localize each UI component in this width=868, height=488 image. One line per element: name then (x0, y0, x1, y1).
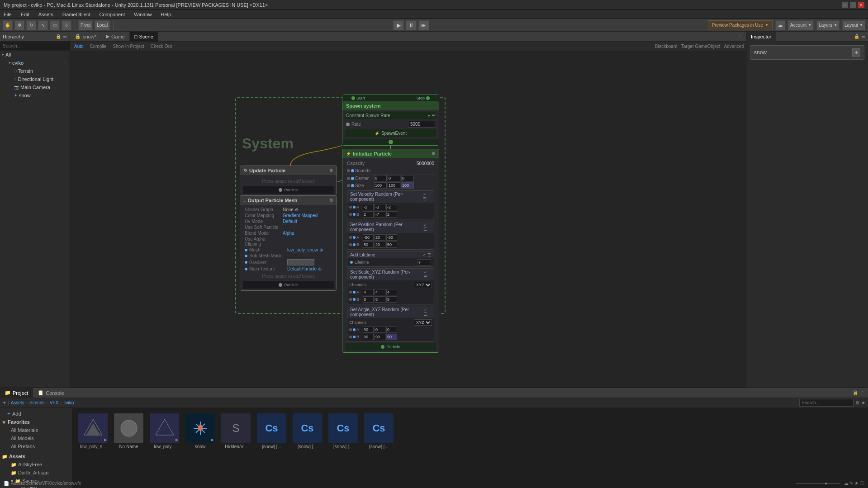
angle-a-x[interactable] (363, 327, 374, 333)
hierarchy-menu-icon[interactable]: ☰ (63, 34, 67, 39)
bounds-checkbox[interactable] (347, 169, 350, 172)
update-settings[interactable]: ⚙ (329, 168, 333, 173)
lifetime-input[interactable] (417, 259, 431, 265)
show-project-btn[interactable]: Show in Project (110, 43, 146, 50)
tab-console[interactable]: 📋 Console (33, 388, 69, 398)
add-lifetime-node[interactable]: Add Lifetime ✓ ☰ Lifetime (347, 251, 434, 267)
channels-select[interactable]: XYZ (414, 282, 432, 288)
pos-b-z[interactable] (386, 242, 397, 248)
init-particle-node[interactable]: ⚡ Initialize Particle ⚙ Capacity 5000000 (342, 149, 439, 353)
pivot-button[interactable]: Pivot (78, 20, 93, 30)
auto-btn[interactable]: Auto (72, 43, 86, 50)
list-item[interactable]: Cs [snow] [... (255, 412, 289, 451)
list-item[interactable]: No Name (112, 412, 146, 451)
angle-b-y[interactable] (375, 334, 385, 340)
angle-b-x[interactable] (363, 334, 374, 340)
step-button[interactable]: ⏭ (418, 20, 429, 30)
play-button[interactable]: ▶ (393, 20, 404, 30)
tool-hand[interactable]: ✋ (3, 20, 13, 30)
vel-b-y[interactable] (375, 211, 385, 218)
layers-button[interactable]: Layers ▼ (816, 20, 840, 30)
asset-star-icon[interactable]: ★ (861, 400, 865, 405)
center-z[interactable] (401, 175, 414, 181)
menu-edit[interactable]: Edit (19, 12, 31, 17)
tab-game[interactable]: ▶ Game (101, 32, 130, 42)
list-item[interactable]: ▶ low_poly... (147, 412, 181, 451)
pos-b-y[interactable] (375, 242, 385, 248)
update-particle-node[interactable]: ↻ Update Particle ⚙ Press space to add b… (240, 166, 337, 196)
sidebar-allskyfree[interactable]: 📁 AllSkyFree (0, 460, 72, 469)
output-mesh-node[interactable]: ↓ Output Particle Mesh ⚙ Shader Graph No… (240, 195, 337, 291)
scene-area-menu[interactable]: ⋮ (738, 34, 742, 39)
hierarchy-main-camera[interactable]: 📷 Main Camera (0, 83, 70, 91)
vfx-canvas[interactable]: System Start Stop Spawn system (70, 52, 746, 388)
scale-b-toggle[interactable] (349, 298, 352, 301)
hierarchy-lock-icon[interactable]: 🔒 (56, 34, 61, 39)
sidebar-darth[interactable]: 📁 Darth_Artisan (0, 469, 72, 477)
bottom-panel-lock[interactable]: 🔒 (853, 390, 858, 395)
asset-search[interactable] (799, 399, 854, 407)
scale-b-y[interactable] (375, 296, 385, 303)
size-x[interactable] (374, 182, 387, 189)
minimize-button[interactable]: ─ (842, 2, 848, 8)
size-toggle[interactable] (347, 184, 350, 187)
pos-a-x[interactable] (363, 234, 374, 241)
spawn-system-node[interactable]: Start Stop Spawn system Constant Spawn R… (342, 95, 439, 146)
breadcrumb-assets[interactable]: Assets (11, 400, 24, 405)
scale-a-y[interactable] (375, 289, 385, 295)
output-settings[interactable]: ⚙ (329, 198, 333, 203)
assets-header[interactable]: 📁 Assets (0, 452, 72, 460)
sidebar-all-models[interactable]: All Models (0, 434, 72, 442)
pos-a-z[interactable] (386, 234, 397, 241)
hierarchy-cviko[interactable]: ▾ cviko ⋮ (0, 59, 70, 67)
angle-a-y[interactable] (375, 327, 385, 333)
center-x[interactable] (374, 175, 387, 181)
local-button[interactable]: Local (95, 20, 110, 30)
hierarchy-directional-light[interactable]: ○ Directional Light (0, 75, 70, 83)
scale-b-z[interactable] (386, 296, 397, 303)
menu-component[interactable]: Component (97, 12, 127, 17)
list-item[interactable]: Cs [snow] [... (290, 412, 324, 451)
snow-tag-add-button[interactable]: + (852, 48, 860, 57)
blackboard-tab[interactable]: Blackboard (655, 44, 678, 49)
center-y[interactable] (388, 175, 400, 181)
breadcrumb-vfx[interactable]: VFX (50, 400, 58, 405)
hierarchy-all[interactable]: ▾ All (0, 51, 70, 59)
size-y[interactable] (388, 182, 400, 189)
list-item[interactable]: Cs [snow] [... (362, 412, 396, 451)
tool-scale[interactable]: ⤡ (38, 20, 48, 30)
advanced-tab[interactable]: Advanced (724, 44, 744, 49)
tab-project[interactable]: 📁 Project (0, 388, 33, 398)
angle-a-z[interactable] (386, 327, 397, 333)
angle-a-toggle[interactable] (349, 328, 352, 331)
tool-move[interactable]: ✥ (14, 20, 24, 30)
list-item[interactable]: Cs [snow] [... (326, 412, 360, 451)
vel-b-x[interactable] (363, 211, 374, 218)
list-item[interactable]: ▶ low_poly_s... (76, 412, 110, 451)
vel-b-toggle[interactable] (349, 213, 352, 216)
pos-b-x[interactable] (363, 242, 374, 248)
maximize-button[interactable]: □ (850, 2, 856, 8)
asset-filter-icon[interactable]: ⚙ (855, 400, 859, 405)
pos-a-y[interactable] (375, 234, 385, 241)
breadcrumb-scenes[interactable]: Scenes (29, 400, 44, 405)
init-settings[interactable]: ⚙ (432, 152, 435, 156)
asset-add-button[interactable]: + (3, 400, 6, 406)
favorites-header[interactable]: ★ Favorites (0, 418, 72, 426)
spawn-type-arrow[interactable]: ▾ ☰ (428, 114, 435, 118)
pos-b-toggle[interactable] (349, 243, 352, 246)
list-item[interactable]: ▶ snow (183, 412, 217, 451)
inspector-tab[interactable]: Inspector (746, 32, 776, 42)
vel-a-z[interactable] (386, 204, 397, 210)
sidebar-all-prefabs[interactable]: All Prefabs (0, 442, 72, 450)
compile-btn[interactable]: Compile (88, 43, 109, 50)
scale-a-toggle[interactable] (349, 291, 352, 294)
target-gameobject-tab[interactable]: Target GameObject (681, 44, 721, 49)
menu-gameobject[interactable]: GameObject (61, 12, 92, 17)
pause-button[interactable]: ⏸ (406, 20, 417, 30)
tool-rotate[interactable]: ↻ (26, 20, 36, 30)
hierarchy-snow[interactable]: ✦ snow (0, 91, 70, 99)
tool-universal[interactable]: ⊹ (62, 20, 71, 30)
angle-b-toggle[interactable] (349, 336, 352, 338)
account-button[interactable]: Account ▼ (788, 20, 814, 30)
